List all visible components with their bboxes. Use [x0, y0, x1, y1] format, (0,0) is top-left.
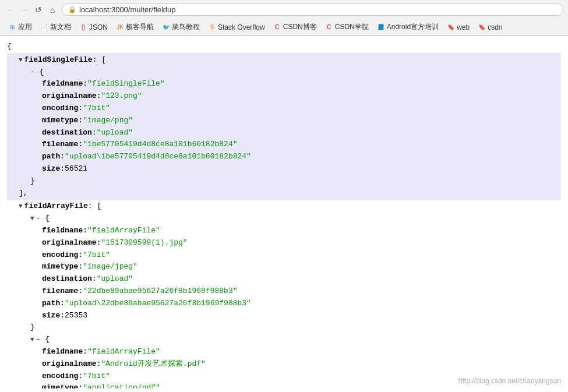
- bookmark-item-stackoverflow[interactable]: SStack Overflow: [204, 22, 269, 33]
- toggle-fieldSingleFile[interactable]: ▼: [19, 55, 23, 66]
- json-line: - {: [7, 66, 561, 79]
- json-icon: {}: [79, 23, 87, 31]
- back-button[interactable]: ←: [5, 4, 16, 16]
- json-line: size: 25353: [7, 310, 561, 322]
- jike-label: 极客导航: [126, 22, 154, 32]
- json-line: originalname: "Android开发艺术探索.pdf": [7, 358, 561, 370]
- json-line: path: "upload\22dbe89abae95627a26f8b1969…: [7, 298, 561, 310]
- address-bar[interactable]: 🔒 localhost:3000/multer/fieldup: [62, 3, 563, 16]
- json-line: ],: [7, 188, 561, 200]
- bookmark-item-json[interactable]: {}JSON: [76, 22, 111, 33]
- cainiao-label: 菜鸟教程: [172, 22, 200, 32]
- json-line: encoding: "7bit": [7, 249, 561, 262]
- apps-icon: ⊞: [8, 23, 16, 31]
- json-line: size: 56521: [7, 163, 561, 175]
- web-label: web: [457, 23, 470, 31]
- bookmark-item-android[interactable]: 📘Android官方培训: [373, 21, 442, 33]
- toggle-arrayfile-1[interactable]: ▼: [30, 335, 34, 345]
- bookmark-item-cainiao[interactable]: 🐦菜鸟教程: [158, 21, 203, 33]
- stackoverflow-icon: S: [208, 23, 216, 31]
- bookmark-item-web[interactable]: 🔖web: [443, 22, 473, 33]
- json-line: ▼- {: [7, 213, 561, 225]
- bookmark-item-csdn-blog[interactable]: CCSDN博客: [270, 21, 320, 33]
- bookmark-item-new-doc[interactable]: 📄新文档: [37, 21, 75, 33]
- home-button[interactable]: ⌂: [47, 4, 58, 16]
- nav-buttons: ← → ↺ ⌂: [5, 4, 58, 16]
- reload-button[interactable]: ↺: [33, 4, 44, 16]
- stackoverflow-label: Stack Overflow: [218, 23, 265, 31]
- csdn-edu-label: CSDN学院: [335, 22, 369, 32]
- bookmark-item-csdn2[interactable]: 🔖csdn: [474, 22, 506, 33]
- cainiao-icon: 🐦: [162, 23, 170, 31]
- jike-icon: JK: [116, 23, 124, 31]
- csdn-blog-label: CSDN博客: [283, 22, 317, 32]
- json-line: fieldname: "fieldArrayFile": [7, 346, 561, 358]
- new-doc-icon: 📄: [40, 23, 48, 31]
- android-icon: 📘: [377, 23, 385, 31]
- json-line: destination: "upload": [7, 127, 561, 139]
- lock-icon: 🔒: [68, 6, 76, 13]
- json-line: mimetype: "image/jpeg": [7, 261, 561, 273]
- json-label: JSON: [89, 23, 108, 31]
- bookmark-item-apps[interactable]: ⊞应用: [5, 21, 36, 33]
- json-line: encoding: "7bit": [7, 103, 561, 115]
- json-line: path: "upload\1be57705419d4d8ce8a101b601…: [7, 151, 561, 163]
- json-line: fieldname: "fieldArrayFile": [7, 225, 561, 237]
- csdn2-icon: 🔖: [478, 23, 486, 31]
- bookmark-item-csdn-edu[interactable]: CCSDN学院: [322, 21, 372, 33]
- json-line: }: [7, 175, 561, 188]
- browser-chrome: ← → ↺ ⌂ 🔒 localhost:3000/multer/fieldup …: [0, 0, 568, 36]
- csdn-edu-icon: C: [325, 23, 333, 31]
- json-line: ▼fieldArrayFile: [: [7, 200, 561, 213]
- csdn2-label: csdn: [488, 23, 502, 31]
- json-line: originalname: "1517309599(1).jpg": [7, 237, 561, 249]
- csdn-blog-icon: C: [273, 23, 281, 31]
- address-text: localhost:3000/multer/fieldup: [79, 5, 557, 14]
- json-line: mimetype: "image/png": [7, 115, 561, 127]
- json-line: destination: "upload": [7, 273, 561, 285]
- new-doc-label: 新文档: [50, 22, 71, 32]
- json-line: {: [7, 41, 561, 53]
- page-content: {▼fieldSingleFile: [- {fieldname: "field…: [0, 36, 568, 389]
- toggle-fieldArrayFile[interactable]: ▼: [19, 202, 23, 212]
- json-line: ▼fieldSingleFile: [: [7, 54, 561, 66]
- bookmarks-bar: ⊞应用📄新文档{}JSONJK极客导航🐦菜鸟教程SStack OverflowC…: [0, 19, 568, 36]
- json-line: filename: "22dbe89abae95627a26f8b1969f98…: [7, 285, 561, 298]
- watermark: http://blog.csdn.net/chaoyangsun: [458, 377, 561, 385]
- json-line: originalname: "123.png": [7, 90, 561, 103]
- browser-toolbar: ← → ↺ ⌂ 🔒 localhost:3000/multer/fieldup: [0, 0, 568, 19]
- android-label: Android官方培训: [387, 22, 439, 32]
- web-icon: 🔖: [447, 23, 455, 31]
- apps-label: 应用: [18, 22, 32, 32]
- fieldSingleFile-block: ▼fieldSingleFile: [- {fieldname: "fieldS…: [7, 53, 561, 201]
- json-line: filename: "1be57705419d4d8ce8a101b60182b…: [7, 139, 561, 151]
- json-line: fieldname: "fieldSingleFile": [7, 78, 561, 90]
- json-line: }: [7, 322, 561, 334]
- json-line: ▼- {: [7, 334, 561, 346]
- toggle-arrayfile-0[interactable]: ▼: [30, 214, 34, 224]
- bookmark-item-jike[interactable]: JK极客导航: [112, 21, 157, 33]
- forward-button[interactable]: →: [19, 4, 30, 16]
